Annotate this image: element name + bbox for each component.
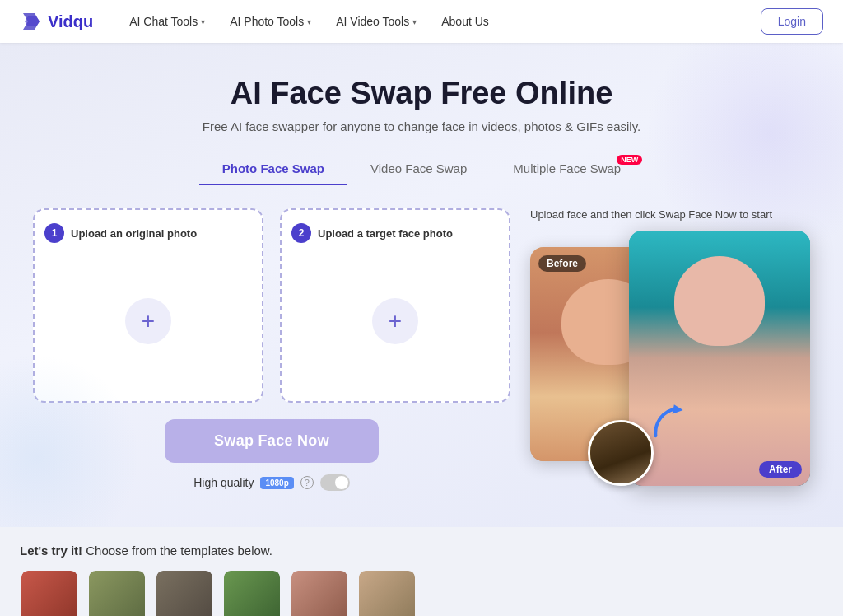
template-row xyxy=(20,569,823,616)
source-face-circle xyxy=(588,420,654,486)
login-button[interactable]: Login xyxy=(761,8,823,35)
upload-label-2: 2 Upload a target face photo xyxy=(291,223,499,243)
hero-title: AI Face Swap Free Online xyxy=(16,76,827,111)
tab-multiple-face-swap[interactable]: Multiple Face Swap NEW xyxy=(490,153,644,185)
chevron-down-icon: ▾ xyxy=(307,17,311,26)
nav-label-about: About Us xyxy=(441,15,489,28)
nav-links: AI Chat Tools ▾ AI Photo Tools ▾ AI Vide… xyxy=(119,10,761,33)
high-quality-row: High quality 1080p ? xyxy=(33,474,510,491)
after-label: After xyxy=(759,461,802,478)
new-badge: NEW xyxy=(617,155,642,165)
template-thumb-6[interactable] xyxy=(357,569,417,616)
nav-label-ai-chat: AI Chat Tools xyxy=(129,15,198,28)
help-icon[interactable]: ? xyxy=(300,476,314,489)
swap-face-now-button[interactable]: Swap Face Now xyxy=(165,419,379,463)
swap-button-wrapper: Swap Face Now xyxy=(33,419,510,463)
chevron-down-icon: ▾ xyxy=(412,17,417,26)
high-quality-label: High quality xyxy=(193,476,254,489)
lets-try-text: Let's try it! Choose from the templates … xyxy=(20,544,823,558)
main-content: 1 Upload an original photo + 2 Upload a … xyxy=(18,208,825,511)
upload-step2-text: Upload a target face photo xyxy=(318,227,453,240)
tab-label-photo: Photo Face Swap xyxy=(222,161,324,175)
upload-row: 1 Upload an original photo + 2 Upload a … xyxy=(33,208,510,403)
resolution-badge: 1080p xyxy=(260,477,293,489)
hero-subtitle: Free AI face swapper for anyone to chang… xyxy=(16,119,827,133)
step-number-2: 2 xyxy=(291,223,311,243)
tab-bar: Photo Face Swap Video Face Swap Multiple… xyxy=(16,153,827,185)
template-thumb-5[interactable] xyxy=(290,569,349,616)
nav-label-ai-video: AI Video Tools xyxy=(336,15,409,28)
quality-toggle[interactable] xyxy=(320,474,350,491)
tab-photo-face-swap[interactable]: Photo Face Swap xyxy=(199,153,347,185)
nav-label-ai-photo: AI Photo Tools xyxy=(230,15,304,28)
step-number-1: 1 xyxy=(44,223,64,243)
nav-item-ai-photo[interactable]: AI Photo Tools ▾ xyxy=(220,10,321,33)
svg-marker-2 xyxy=(669,403,683,414)
template-thumb-4[interactable] xyxy=(222,569,282,616)
logo-text: Vidqu xyxy=(48,12,93,31)
bottom-section: Let's try it! Choose from the templates … xyxy=(0,527,843,616)
upload-box-target[interactable]: 2 Upload a target face photo + xyxy=(280,208,510,403)
preview-instruction: Upload face and then click Swap Face Now… xyxy=(530,208,810,221)
logo-icon xyxy=(20,10,43,33)
right-panel: Upload face and then click Swap Face Now… xyxy=(530,208,810,511)
plus-icon-1: + xyxy=(125,298,171,344)
hero-section: AI Face Swap Free Online Free AI face sw… xyxy=(0,43,843,527)
template-thumb-2[interactable] xyxy=(87,569,147,616)
logo[interactable]: Vidqu xyxy=(20,10,93,33)
plus-icon-2: + xyxy=(372,298,418,344)
upload-area-2[interactable]: + xyxy=(291,251,499,391)
preview-container: Before After xyxy=(530,231,810,511)
left-panel: 1 Upload an original photo + 2 Upload a … xyxy=(33,208,510,491)
template-thumb-3[interactable] xyxy=(155,569,214,616)
navbar: Vidqu AI Chat Tools ▾ AI Photo Tools ▾ A… xyxy=(0,0,843,43)
lets-try-desc: Choose from the templates below. xyxy=(86,544,272,558)
nav-item-ai-chat[interactable]: AI Chat Tools ▾ xyxy=(119,10,215,33)
upload-area-1[interactable]: + xyxy=(44,251,252,391)
nav-item-ai-video[interactable]: AI Video Tools ▾ xyxy=(326,10,426,33)
nav-item-about[interactable]: About Us xyxy=(431,10,499,33)
upload-step1-text: Upload an original photo xyxy=(71,227,197,240)
chevron-down-icon: ▾ xyxy=(201,17,205,26)
tab-label-multiple: Multiple Face Swap xyxy=(513,161,621,175)
upload-box-original[interactable]: 1 Upload an original photo + xyxy=(33,208,263,403)
tab-label-video: Video Face Swap xyxy=(370,161,467,175)
before-label: Before xyxy=(538,255,586,272)
lets-try-bold: Let's try it! xyxy=(20,544,82,558)
tab-video-face-swap[interactable]: Video Face Swap xyxy=(347,153,490,185)
upload-label-1: 1 Upload an original photo xyxy=(44,223,252,243)
template-thumb-1[interactable] xyxy=(20,569,79,616)
